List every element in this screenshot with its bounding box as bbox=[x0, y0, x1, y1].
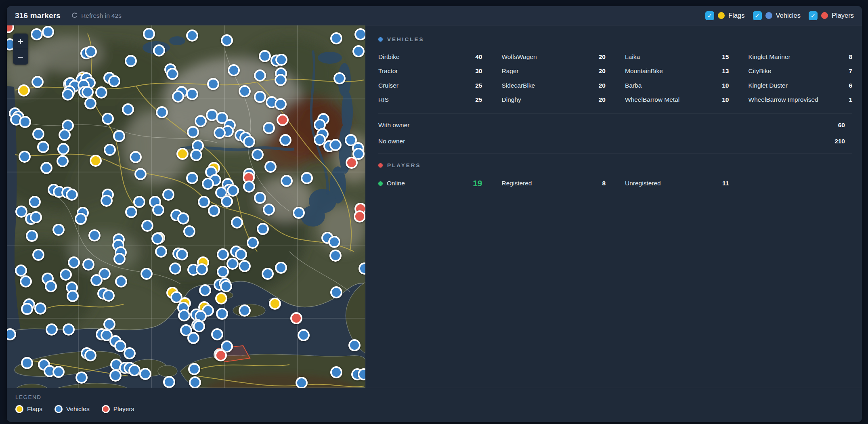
map-marker-vehicle[interactable] bbox=[263, 204, 275, 216]
checkbox-checked-icon[interactable]: ✓ bbox=[705, 11, 714, 20]
map-marker-vehicle[interactable] bbox=[220, 280, 232, 292]
map-marker-flag[interactable] bbox=[269, 298, 281, 310]
map-marker-vehicle[interactable] bbox=[352, 45, 365, 57]
map-marker-vehicle[interactable] bbox=[186, 88, 198, 100]
map-marker-vehicle[interactable] bbox=[227, 185, 239, 197]
map-marker-vehicle[interactable] bbox=[32, 249, 44, 261]
map-marker-vehicle[interactable] bbox=[34, 302, 46, 315]
map-marker-vehicle[interactable] bbox=[141, 220, 153, 232]
map-marker-vehicle[interactable] bbox=[169, 262, 181, 275]
map-marker-flag[interactable] bbox=[18, 84, 30, 97]
map-marker-vehicle[interactable] bbox=[252, 149, 264, 161]
map-marker-vehicle[interactable] bbox=[293, 207, 305, 219]
map-marker-vehicle[interactable] bbox=[202, 178, 214, 190]
map-marker-vehicle[interactable] bbox=[52, 224, 65, 236]
map-marker-vehicle[interactable] bbox=[90, 274, 103, 286]
map-marker-vehicle[interactable] bbox=[301, 172, 313, 184]
map-marker-vehicle[interactable] bbox=[259, 50, 271, 62]
map-marker-vehicle[interactable] bbox=[66, 189, 78, 201]
map-marker-vehicle[interactable] bbox=[101, 195, 113, 207]
map-marker-vehicle[interactable] bbox=[199, 284, 211, 296]
map-marker-vehicle[interactable] bbox=[130, 151, 142, 163]
map-marker-vehicle[interactable] bbox=[190, 149, 202, 161]
map-marker-vehicle[interactable] bbox=[133, 196, 145, 208]
map-marker-vehicle[interactable] bbox=[113, 130, 125, 142]
map-marker-vehicle[interactable] bbox=[163, 376, 175, 388]
map-marker-vehicle[interactable] bbox=[275, 262, 287, 274]
map-marker-vehicle[interactable] bbox=[186, 29, 198, 42]
map-marker-vehicle[interactable] bbox=[333, 72, 346, 84]
map[interactable]: + − bbox=[7, 25, 365, 388]
map-marker-vehicle[interactable] bbox=[40, 162, 52, 174]
map-marker-vehicle[interactable] bbox=[239, 304, 251, 317]
map-marker-vehicle[interactable] bbox=[235, 248, 247, 260]
map-marker-vehicle[interactable] bbox=[178, 309, 190, 321]
refresh-status[interactable]: Refresh in 42s bbox=[71, 12, 122, 19]
map-marker-vehicle[interactable] bbox=[275, 74, 287, 86]
map-marker-flag[interactable] bbox=[90, 155, 102, 167]
map-marker-vehicle[interactable] bbox=[275, 98, 287, 110]
map-marker-vehicle[interactable] bbox=[21, 357, 33, 369]
map-marker-vehicle[interactable] bbox=[329, 139, 342, 151]
map-marker-vehicle[interactable] bbox=[354, 28, 365, 40]
map-marker-player[interactable] bbox=[354, 210, 365, 222]
map-marker-vehicle[interactable] bbox=[63, 323, 75, 336]
map-marker-vehicle[interactable] bbox=[128, 364, 140, 376]
map-marker-vehicle[interactable] bbox=[262, 268, 274, 280]
map-marker-vehicle[interactable] bbox=[108, 75, 120, 87]
map-marker-player[interactable] bbox=[215, 349, 227, 361]
map-marker-vehicle[interactable] bbox=[124, 347, 136, 359]
map-marker-vehicle[interactable] bbox=[125, 55, 137, 67]
map-marker-vehicle[interactable] bbox=[296, 377, 308, 388]
map-marker-vehicle[interactable] bbox=[103, 290, 115, 302]
map-marker-vehicle[interactable] bbox=[140, 268, 153, 280]
map-marker-vehicle[interactable] bbox=[122, 103, 134, 115]
map-marker-vehicle[interactable] bbox=[115, 275, 127, 288]
map-marker-vehicle[interactable] bbox=[31, 28, 43, 40]
map-marker-vehicle[interactable] bbox=[30, 211, 42, 223]
map-marker-vehicle[interactable] bbox=[281, 175, 293, 187]
checkbox-checked-icon[interactable]: ✓ bbox=[753, 11, 762, 20]
map-marker-vehicle[interactable] bbox=[254, 91, 266, 103]
map-marker-vehicle[interactable] bbox=[134, 168, 147, 180]
map-marker-vehicle[interactable] bbox=[102, 113, 114, 125]
map-marker-vehicle[interactable] bbox=[214, 127, 226, 139]
map-marker-vehicle[interactable] bbox=[75, 372, 88, 384]
map-marker-vehicle[interactable] bbox=[275, 54, 287, 66]
map-marker-vehicle[interactable] bbox=[221, 34, 233, 46]
map-marker-vehicle[interactable] bbox=[109, 369, 122, 382]
map-marker-vehicle[interactable] bbox=[239, 85, 251, 97]
map-marker-vehicle[interactable] bbox=[228, 64, 240, 76]
map-marker-vehicle[interactable] bbox=[208, 205, 220, 217]
zoom-out-button[interactable]: − bbox=[13, 49, 28, 65]
map-marker-vehicle[interactable] bbox=[243, 181, 255, 193]
filter-toggle-vehicles[interactable]: ✓Vehicles bbox=[753, 11, 801, 20]
map-marker-vehicle[interactable] bbox=[216, 308, 228, 320]
map-marker-vehicle[interactable] bbox=[20, 275, 32, 288]
map-marker-vehicle[interactable] bbox=[84, 349, 96, 361]
map-marker-vehicle[interactable] bbox=[103, 318, 115, 330]
map-marker-vehicle[interactable] bbox=[243, 136, 255, 148]
map-marker-vehicle[interactable] bbox=[155, 246, 167, 258]
map-marker-vehicle[interactable] bbox=[21, 303, 33, 315]
map-marker-vehicle[interactable] bbox=[162, 189, 174, 201]
map-marker-flag[interactable] bbox=[215, 292, 227, 304]
map-marker-vehicle[interactable] bbox=[19, 116, 31, 128]
map-marker-vehicle[interactable] bbox=[151, 233, 164, 245]
map-marker-vehicle[interactable] bbox=[156, 106, 168, 118]
map-marker-vehicle[interactable] bbox=[198, 196, 210, 208]
map-marker-vehicle[interactable] bbox=[46, 323, 58, 336]
map-marker-vehicle[interactable] bbox=[139, 368, 151, 380]
checkbox-checked-icon[interactable]: ✓ bbox=[809, 11, 818, 20]
map-marker-vehicle[interactable] bbox=[264, 161, 277, 173]
map-marker-vehicle[interactable] bbox=[104, 144, 116, 156]
map-marker-vehicle[interactable] bbox=[239, 260, 251, 272]
map-marker-vehicle[interactable] bbox=[254, 192, 266, 204]
map-marker-vehicle[interactable] bbox=[207, 78, 219, 90]
map-marker-vehicle[interactable] bbox=[217, 266, 229, 278]
map-marker-vehicle[interactable] bbox=[279, 134, 291, 146]
map-marker-vehicle[interactable] bbox=[19, 151, 31, 163]
map-marker-vehicle[interactable] bbox=[329, 250, 342, 262]
map-marker-vehicle[interactable] bbox=[59, 129, 71, 141]
map-marker-vehicle[interactable] bbox=[187, 126, 199, 138]
